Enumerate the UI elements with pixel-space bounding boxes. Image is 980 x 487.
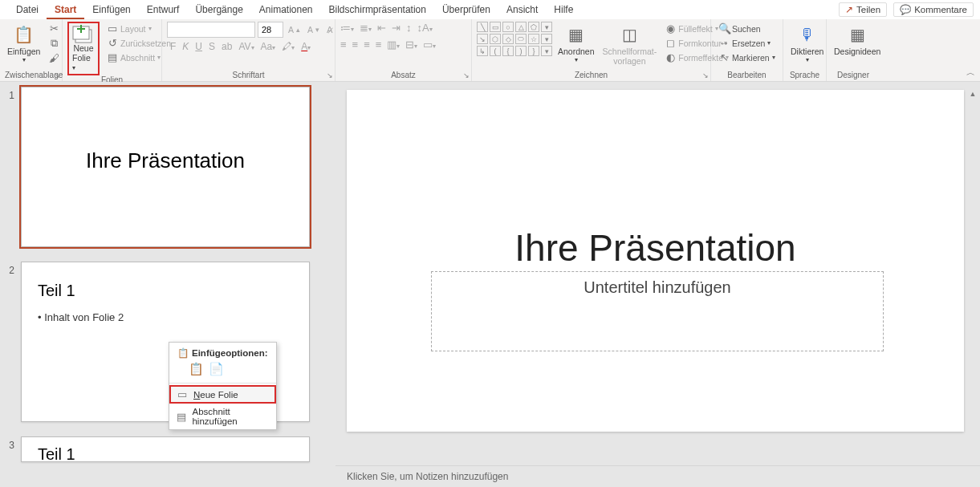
paste-use-dest-theme-button[interactable]: 📋	[189, 362, 204, 376]
format-painter-button[interactable]: 🖌	[46, 51, 62, 65]
line-spacing-button[interactable]: ↕	[406, 22, 412, 34]
tab-animationen[interactable]: Animationen	[251, 0, 321, 19]
cut-button[interactable]: ✂	[46, 22, 62, 35]
slide-thumbnail-3[interactable]: Teil 1	[21, 436, 310, 462]
replace-icon: ↔	[718, 37, 730, 49]
group-label-paragraph: Absatz	[340, 71, 466, 81]
cursor-icon: ↖	[718, 51, 730, 63]
arrange-icon: ▦	[568, 23, 584, 46]
slide-thumbnail-1[interactable]: Ihre Präsentation	[21, 87, 310, 247]
justify-button[interactable]: ≡	[376, 39, 382, 51]
group-label-draw: Zeichnen	[477, 71, 706, 81]
replace-button[interactable]: ↔Ersetzen ▾	[716, 36, 778, 50]
main-editor: Ihre Präsentation Untertitel hinzufügen …	[335, 82, 980, 487]
arrange-button[interactable]: ▦Anordnen▾	[555, 22, 597, 65]
new-slide-icon: ▭	[176, 388, 189, 400]
search-icon: 🔍	[718, 22, 730, 34]
thumb-title: Teil 1	[38, 282, 293, 300]
group-label-designer: Designer	[832, 71, 875, 81]
draw-launcher[interactable]: ↘	[702, 71, 709, 79]
bullets-button[interactable]: ≔▾	[340, 22, 354, 34]
highlight-button[interactable]: 🖍▾	[282, 41, 295, 52]
align-text-button[interactable]: ⊟▾	[405, 39, 417, 51]
new-slide-button[interactable]: Neue Folie ▾	[67, 22, 100, 75]
underline-button[interactable]: U	[195, 41, 202, 52]
ctx-add-section-item[interactable]: ▤ Abschnitt hinzufügen	[169, 404, 276, 429]
align-right-button[interactable]: ≡	[364, 39, 370, 51]
case-button[interactable]: Aa▾	[261, 41, 276, 52]
new-slide-icon	[72, 25, 95, 44]
tab-bildschirmpraesentation[interactable]: Bildschirmpräsentation	[321, 0, 434, 19]
strike-button[interactable]: S	[209, 41, 215, 52]
share-button[interactable]: ↗Teilen	[839, 2, 887, 17]
shrink-font-button[interactable]: A▾	[305, 24, 322, 35]
tab-hilfe[interactable]: Hilfe	[546, 0, 581, 19]
ribbon: 📋 Einfügen▾ ✂ ⧉ 🖌 Zwischenablage ↘ Neue …	[0, 19, 980, 82]
dictate-button[interactable]: 🎙Diktieren▾	[788, 22, 826, 65]
find-button[interactable]: 🔍Suchen	[716, 22, 778, 35]
grow-font-button[interactable]: A▴	[286, 24, 303, 35]
slide-canvas[interactable]: Ihre Präsentation Untertitel hinzufügen	[347, 90, 964, 432]
font-name-input[interactable]	[167, 22, 255, 38]
comment-icon: 💬	[900, 4, 911, 15]
fill-icon: ◉	[665, 22, 676, 34]
thumb-number: 1	[0, 87, 21, 257]
clipboard-launcher[interactable]: ↘	[54, 71, 60, 79]
context-menu: 📋Einfügeoptionen: 📋 📄 ▭ Neue Folie ▤ Abs…	[169, 342, 277, 430]
collapse-ribbon-button[interactable]: ︿	[966, 67, 975, 79]
tab-einfuegen[interactable]: Einfügen	[84, 0, 138, 19]
select-button[interactable]: ↖Markieren ▾	[716, 51, 778, 64]
quick-styles-button[interactable]: ◫Schnellformat-vorlagen	[600, 22, 660, 67]
design-ideas-button[interactable]: ▦Designideen	[832, 22, 883, 59]
paste-keep-source-button[interactable]: 📄	[209, 362, 224, 376]
font-size-input[interactable]	[258, 22, 283, 38]
italic-button[interactable]: K	[182, 41, 189, 52]
bold-button[interactable]: F	[170, 41, 176, 52]
tab-ueberpruefen[interactable]: Überprüfen	[434, 0, 498, 19]
thumb-title: Ihre Präsentation	[38, 148, 293, 173]
thumb-number: 2	[0, 262, 21, 432]
brush-icon: 🖌	[48, 52, 59, 64]
indent-button[interactable]: ⇥	[392, 22, 401, 34]
tab-datei[interactable]: Datei	[8, 0, 47, 19]
outdent-button[interactable]: ⇤	[377, 22, 386, 34]
thumb-number: 3	[0, 436, 21, 472]
microphone-icon: 🎙	[799, 23, 815, 46]
copy-icon: ⧉	[48, 37, 59, 50]
smartart-button[interactable]: ▭▾	[423, 39, 436, 51]
clipboard-icon: 📋	[177, 348, 189, 358]
design-icon: ▦	[850, 23, 865, 46]
tab-uebergaenge[interactable]: Übergänge	[187, 0, 250, 19]
slide-title-text[interactable]: Ihre Präsentation	[347, 226, 964, 270]
scroll-up-button[interactable]: ▲	[967, 90, 978, 98]
font-launcher[interactable]: ↘	[327, 71, 333, 79]
slide-subtitle-placeholder[interactable]: Untertitel hinzufügen	[431, 271, 884, 351]
share-icon: ↗	[845, 4, 853, 15]
numbering-button[interactable]: ≣▾	[360, 22, 372, 34]
shadow-button[interactable]: ab	[222, 41, 232, 52]
spacing-button[interactable]: AV▾	[238, 41, 254, 52]
group-label-clipboard: Zwischenablage	[5, 71, 57, 81]
vertical-scrollbar[interactable]: ▲	[967, 90, 978, 433]
shapes-gallery[interactable]: ╲▭○△⬠▾ ↘⬡◇⬭☆▾ ↳({)}▾	[477, 22, 552, 56]
font-color-button[interactable]: A▾	[301, 41, 311, 52]
columns-button[interactable]: ▥▾	[387, 39, 400, 51]
ribbon-tabs: Datei Start Einfügen Entwurf Übergänge A…	[0, 0, 980, 19]
align-left-button[interactable]: ≡	[340, 39, 347, 51]
tab-ansicht[interactable]: Ansicht	[498, 0, 546, 19]
tab-start[interactable]: Start	[47, 0, 84, 19]
reset-icon: ↺	[107, 37, 118, 49]
copy-button[interactable]: ⧉	[46, 36, 62, 51]
clear-format-button[interactable]: A̷	[324, 24, 335, 35]
slide-thumbnails-panel: 1 Ihre Präsentation 2 Teil 1 • Inhalt vo…	[0, 82, 335, 487]
notes-pane[interactable]: Klicken Sie, um Notizen hinzuzufügen	[335, 465, 980, 487]
align-center-button[interactable]: ≡	[352, 39, 359, 51]
tab-entwurf[interactable]: Entwurf	[139, 0, 188, 19]
paste-button[interactable]: 📋 Einfügen▾	[5, 22, 43, 65]
section-icon: ▤	[176, 411, 187, 423]
paragraph-launcher[interactable]: ↘	[463, 71, 470, 79]
ctx-new-slide-item[interactable]: ▭ Neue Folie	[169, 385, 276, 404]
scissors-icon: ✂	[48, 22, 59, 34]
comments-button[interactable]: 💬Kommentare	[893, 2, 974, 17]
text-direction-button[interactable]: ↕A▾	[417, 22, 433, 34]
